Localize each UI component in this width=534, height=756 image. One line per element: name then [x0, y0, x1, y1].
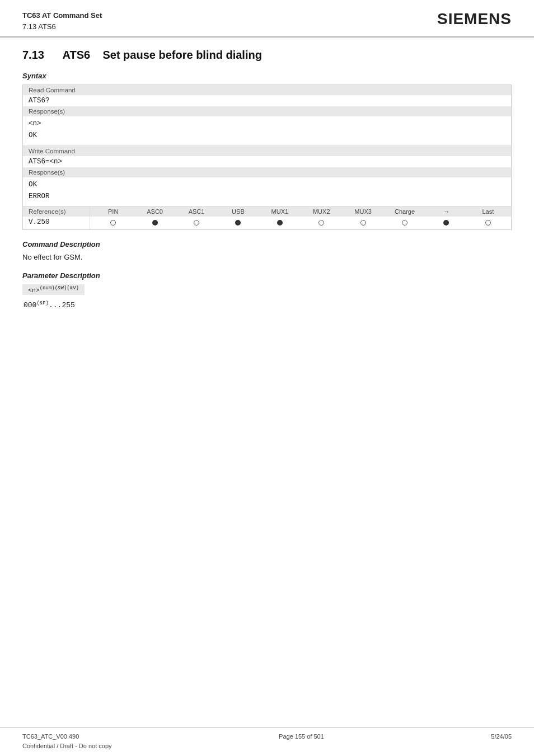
param-name: <n> — [28, 287, 40, 294]
param-range-sup: (&F) — [36, 300, 49, 306]
read-command-label: Read Command — [23, 85, 511, 95]
syntax-heading: Syntax — [22, 72, 512, 80]
reference-left: Reference(s) V.250 — [23, 206, 90, 229]
col-arrow: → — [425, 208, 467, 215]
ref-mux2-val — [301, 219, 342, 227]
read-response-n: <n> — [29, 120, 41, 128]
col-mux1: MUX1 — [259, 208, 301, 215]
circle-empty-mux3 — [360, 220, 366, 226]
section-description: Set pause before blind dialing — [102, 49, 261, 61]
col-mux2: MUX2 — [301, 208, 342, 215]
write-response-error: ERROR — [29, 192, 50, 200]
footer-confidential: Confidential / Draft - Do not copy — [22, 741, 112, 752]
col-last: Last — [467, 208, 509, 215]
write-response-ok: OK — [29, 181, 37, 189]
circle-empty-last — [485, 220, 491, 226]
footer-left: TC63_ATC_V00.490 Confidential / Draft - … — [22, 732, 112, 752]
ref-arrow-val — [425, 219, 467, 227]
reference-data-row — [90, 217, 511, 229]
read-command-block: Read Command ATS6? Response(s) <n> OK — [23, 85, 511, 146]
ref-mux1-val — [259, 219, 301, 227]
read-command-value: ATS6? — [23, 95, 511, 106]
ref-asc1-val — [176, 219, 217, 227]
circle-filled-mux1 — [277, 220, 283, 226]
reference-right: PIN ASC0 ASC1 USB MUX1 MUX2 MUX3 Charge … — [90, 206, 511, 229]
param-superscript: (num)(&W)(&V) — [40, 285, 79, 291]
write-response-label: Response(s) — [23, 167, 511, 177]
section-number: 7.13 — [22, 49, 44, 61]
param-tag: <n>(num)(&W)(&V) — [22, 284, 85, 295]
ref-asc0-val — [134, 219, 175, 227]
col-asc0: ASC0 — [134, 208, 175, 215]
header-left: TC63 AT Command Set 7.13 ATS6 — [22, 10, 102, 32]
footer-center: Page 155 of 501 — [279, 732, 324, 752]
ref-last-val — [467, 219, 509, 227]
param-range-start: 000 — [24, 301, 36, 309]
section-heading: 7.13 ATS6 Set pause before blind dialing — [22, 49, 512, 62]
read-response-values: <n> OK — [23, 116, 511, 145]
reference-value: V.250 — [23, 217, 90, 228]
write-command-value: ATS6=<n> — [23, 156, 511, 167]
header-brand: SIEMENS — [437, 10, 512, 28]
circle-filled-asc0 — [152, 220, 158, 226]
param-range-end: ...255 — [49, 301, 75, 309]
page-header: TC63 AT Command Set 7.13 ATS6 SIEMENS — [0, 0, 534, 37]
cmd-desc-heading: Command Description — [22, 240, 512, 248]
col-usb: USB — [217, 208, 259, 215]
ref-pin-val — [92, 219, 134, 227]
ref-charge-val — [384, 219, 425, 227]
col-asc1: ASC1 — [176, 208, 217, 215]
param-desc-heading: Parameter Description — [22, 271, 512, 280]
reference-block: Reference(s) V.250 PIN ASC0 ASC1 USB MUX… — [23, 206, 511, 229]
cmd-desc-text: No effect for GSM. — [22, 253, 512, 261]
header-title-line2: 7.13 ATS6 — [22, 21, 102, 32]
header-title-line1: TC63 AT Command Set — [22, 10, 102, 21]
read-response-label: Response(s) — [23, 106, 511, 116]
footer-doc-id: TC63_ATC_V00.490 — [22, 732, 112, 742]
reference-columns-header: PIN ASC0 ASC1 USB MUX1 MUX2 MUX3 Charge … — [90, 206, 511, 217]
footer-date: 5/24/05 — [491, 732, 512, 742]
syntax-box: Read Command ATS6? Response(s) <n> OK Wr… — [22, 84, 512, 230]
circle-filled-usb — [235, 220, 241, 226]
circle-filled-arrow — [443, 220, 449, 226]
circle-empty-pin — [110, 220, 116, 226]
ref-mux3-val — [342, 219, 383, 227]
write-command-label: Write Command — [23, 146, 511, 156]
reference-label: Reference(s) — [23, 206, 90, 217]
footer-page: Page 155 of 501 — [279, 732, 324, 742]
col-charge: Charge — [384, 208, 425, 215]
circle-empty-charge — [402, 220, 407, 226]
write-command-block: Write Command ATS6=<n> Response(s) OK ER… — [23, 146, 511, 207]
read-response-ok: OK — [29, 132, 37, 139]
page-content: 7.13 ATS6 Set pause before blind dialing… — [0, 37, 534, 321]
param-range: 000(&F)...255 — [24, 300, 512, 309]
circle-empty-asc1 — [194, 220, 199, 226]
page-footer: TC63_ATC_V00.490 Confidential / Draft - … — [0, 727, 534, 756]
col-mux3: MUX3 — [342, 208, 383, 215]
circle-empty-mux2 — [318, 220, 324, 226]
section-command: ATS6 — [63, 49, 91, 61]
footer-right: 5/24/05 — [491, 732, 512, 752]
ref-usb-val — [217, 219, 259, 227]
reference-inner: Reference(s) V.250 PIN ASC0 ASC1 USB MUX… — [23, 206, 511, 229]
col-pin: PIN — [92, 208, 134, 215]
write-response-values: OK ERROR — [23, 177, 511, 206]
